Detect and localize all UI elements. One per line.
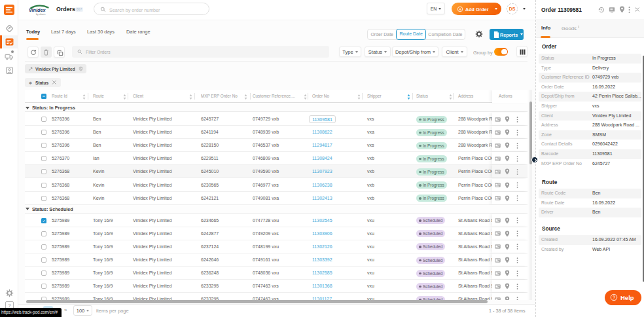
svg-text:Vinidex: Vinidex: [29, 7, 46, 13]
svg-text:by aliaxis: by aliaxis: [36, 13, 46, 16]
